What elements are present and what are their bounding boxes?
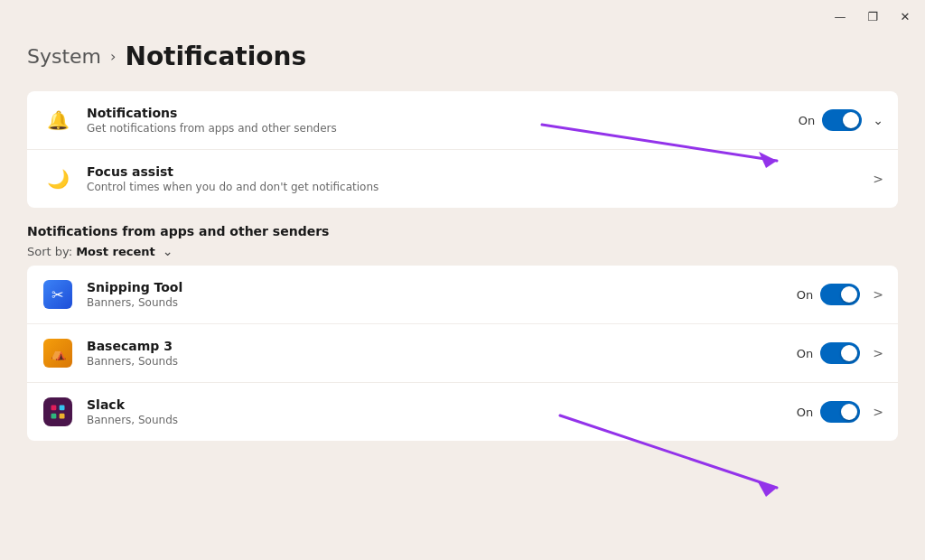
basecamp-subtitle: Banners, Sounds	[87, 355, 797, 368]
basecamp-icon: ⛺	[43, 339, 72, 368]
maximize-button[interactable]: ❐	[864, 7, 882, 25]
focus-assist-chevron-right-icon[interactable]: >	[873, 172, 883, 186]
focus-assist-title: Focus assist	[87, 164, 867, 179]
breadcrumb-system[interactable]: System	[27, 45, 101, 68]
slack-icon	[43, 397, 72, 426]
snipping-tool-row[interactable]: ✂ Snipping Tool Banners, Sounds On >	[27, 266, 898, 324]
main-content: System › Notifications 🔔 Notifications G…	[0, 33, 925, 462]
svg-rect-0	[51, 406, 57, 411]
minimize-button[interactable]: —	[831, 7, 849, 25]
sort-value[interactable]: Most recent	[76, 245, 155, 258]
breadcrumb: System › Notifications	[27, 42, 898, 71]
focus-assist-row[interactable]: 🌙 Focus assist Control times when you do…	[27, 150, 898, 208]
notifications-toggle[interactable]	[822, 109, 862, 131]
top-settings-card: 🔔 Notifications Get notifications from a…	[27, 91, 898, 208]
slack-title: Slack	[87, 397, 797, 412]
svg-rect-2	[51, 414, 57, 419]
slack-toggle[interactable]	[820, 401, 860, 423]
sort-chevron-down-icon[interactable]: ⌄	[163, 244, 173, 258]
sort-by-label: Sort by:	[27, 245, 72, 258]
snipping-tool-state-label: On	[797, 288, 813, 302]
app-list-card: ✂ Snipping Tool Banners, Sounds On > ⛺ B…	[27, 266, 898, 441]
basecamp-row[interactable]: ⛺ Basecamp 3 Banners, Sounds On >	[27, 324, 898, 383]
snipping-tool-toggle[interactable]	[820, 284, 860, 305]
sort-row: Sort by: Most recent ⌄	[27, 244, 898, 258]
focus-assist-subtitle: Control times when you do and don't get …	[87, 181, 867, 193]
page-title: Notifications	[125, 42, 306, 71]
basecamp-state-label: On	[797, 347, 813, 360]
title-bar: — ❐ ✕	[0, 0, 925, 33]
apps-section-heading: Notifications from apps and other sender…	[27, 224, 898, 238]
slack-state-label: On	[797, 406, 813, 419]
notifications-chevron-down-icon[interactable]: ⌄	[873, 113, 883, 127]
svg-marker-5	[757, 481, 777, 497]
basecamp-toggle[interactable]	[820, 342, 860, 364]
basecamp-title: Basecamp 3	[87, 339, 797, 353]
snipping-tool-title: Snipping Tool	[87, 280, 797, 294]
close-button[interactable]: ✕	[896, 7, 914, 25]
slack-chevron-right-icon[interactable]: >	[873, 405, 883, 419]
notifications-row[interactable]: 🔔 Notifications Get notifications from a…	[27, 91, 898, 150]
breadcrumb-separator: ›	[110, 48, 116, 65]
bell-icon: 🔔	[42, 104, 74, 136]
basecamp-chevron-right-icon[interactable]: >	[873, 346, 883, 360]
notifications-state-label: On	[799, 114, 815, 127]
slack-subtitle: Banners, Sounds	[87, 414, 797, 426]
moon-icon: 🌙	[42, 163, 74, 195]
notifications-subtitle: Get notifications from apps and other se…	[87, 122, 799, 135]
slack-row[interactable]: Slack Banners, Sounds On >	[27, 383, 898, 441]
snipping-tool-subtitle: Banners, Sounds	[87, 296, 797, 309]
svg-rect-3	[60, 414, 65, 419]
snipping-tool-icon: ✂	[43, 280, 72, 309]
notifications-title: Notifications	[87, 106, 799, 120]
snipping-tool-chevron-right-icon[interactable]: >	[873, 287, 883, 302]
svg-rect-1	[60, 406, 65, 411]
